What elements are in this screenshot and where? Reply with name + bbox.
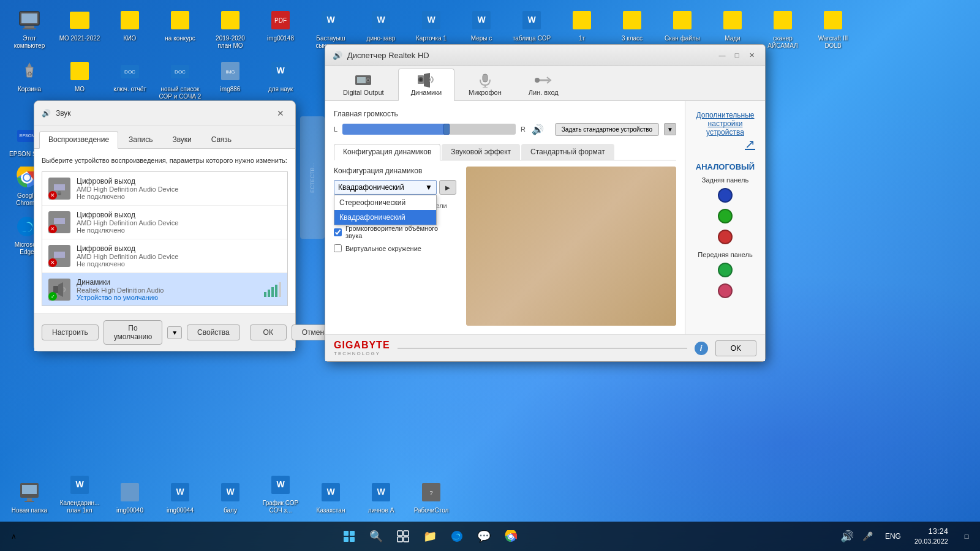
tab-svyaz[interactable]: Связь: [202, 131, 241, 148]
file-explorer-button[interactable]: 📁: [418, 524, 442, 549]
system-tray: 🔊 🎤: [839, 528, 876, 545]
desktop-icon-konkurs[interactable]: на конкурс: [156, 6, 205, 52]
realtek-maximize-button[interactable]: □: [731, 50, 743, 61]
speaker-dropdown-selected[interactable]: Квадрафонический ▼: [334, 180, 437, 195]
configure-button[interactable]: Настроить: [42, 324, 99, 340]
tab-line-in[interactable]: Лин. вход: [516, 69, 571, 100]
device-info-3: Цифровой выход AMD High Definition Audio…: [77, 244, 178, 268]
desktop-icon-mo2[interactable]: МО: [55, 56, 104, 103]
tab-speakers[interactable]: Динамики: [398, 69, 454, 101]
desktop-icon-szenka[interactable]: W Казахстан: [306, 478, 355, 517]
sound-dialog-content: Выберите устройство воспроизведения, пар…: [34, 149, 295, 313]
desktop-icon-kio[interactable]: КИО: [105, 6, 154, 52]
start-button[interactable]: [337, 524, 361, 549]
desktop-icon-foto[interactable]: W личное А: [356, 478, 405, 517]
desktop-icon-2019[interactable]: 2019-2020 план МО: [206, 6, 255, 52]
option-stereo[interactable]: Стереофонический: [334, 195, 436, 210]
svg-rect-7: [221, 11, 239, 29]
ctab-default-format[interactable]: Стандартный формат: [521, 144, 614, 160]
desktop-icon-mektep[interactable]: W балу: [206, 478, 255, 517]
desktop-icon-word6[interactable]: W для наук: [256, 56, 305, 103]
ok-button[interactable]: ОК: [250, 324, 287, 340]
lang-indicator[interactable]: ENG: [881, 530, 905, 543]
speaker-stage: [466, 167, 676, 326]
desktop-icon-key[interactable]: DOC ключ. отчёт: [105, 56, 154, 103]
speaker-tray-icon[interactable]: 🔊: [839, 528, 856, 545]
desktop-icon-dezhur[interactable]: W img00044: [156, 478, 205, 517]
checkbox-surround: Громкоговорители объёмного звука: [334, 225, 456, 239]
device-item-1[interactable]: ✕ Цифровой выход AMD High Definition Aud…: [42, 172, 287, 206]
option-quad[interactable]: Квадрафонический: [334, 210, 436, 225]
mic-tray-icon[interactable]: 🎤: [859, 528, 876, 545]
desktop-icon-img00148[interactable]: PDF img00148: [256, 6, 305, 52]
device-item-3[interactable]: ✕ Цифровой выход AMD High Definition Aud…: [42, 239, 287, 273]
desktop-icon-rabochis[interactable]: Новая папка: [5, 478, 54, 517]
sound-dialog-close-button[interactable]: ✕: [273, 106, 288, 121]
taskbar: ∧ 🔍: [0, 522, 980, 551]
search-button[interactable]: 🔍: [364, 524, 388, 549]
ctab-speaker-config[interactable]: Конфигурация динамиков: [334, 144, 440, 160]
desktop-icon-bezimeni[interactable]: ? РабочиСтол: [407, 478, 456, 517]
back-jack-2[interactable]: [718, 209, 733, 223]
desktop-icon-computer[interactable]: Этот компьютер: [5, 6, 54, 52]
volume-mute-icon[interactable]: 🔊: [530, 122, 545, 137]
checkbox-surround-input[interactable]: [334, 228, 342, 236]
front-panel-label: Передняя панель: [692, 251, 759, 258]
whatsapp-button[interactable]: 💬: [472, 524, 496, 549]
realtek-minimize-button[interactable]: —: [716, 50, 728, 61]
desktop-icon-ref[interactable]: W Календарин... план 1кл: [55, 470, 104, 517]
svg-point-85: [535, 78, 540, 83]
desktop-icon-russian[interactable]: W График СОР СОЧ з...: [256, 470, 305, 517]
desktop-icon-recycle[interactable]: ♻ Корзина: [5, 56, 54, 103]
svg-rect-111: [404, 531, 409, 536]
desktop-icon-img886[interactable]: IMG img886: [206, 56, 255, 103]
desktop-icon-img041[interactable]: img00040: [105, 478, 154, 517]
back-jack-3[interactable]: [718, 230, 733, 244]
show-hidden-button[interactable]: ∧: [5, 528, 22, 545]
volume-dropdown-arrow[interactable]: ▼: [664, 123, 676, 135]
device-item-2[interactable]: ✕ Цифровой выход AMD High Definition Aud…: [42, 206, 287, 239]
chrome-taskbar-button[interactable]: [499, 524, 523, 549]
device-status-x-2: ✕: [48, 225, 57, 233]
ctab-sound-effect[interactable]: Звуковой эффект: [442, 144, 520, 160]
svg-rect-113: [404, 537, 409, 542]
front-jack-1[interactable]: [718, 263, 733, 277]
info-icon[interactable]: i: [695, 342, 708, 355]
task-view-button[interactable]: [391, 524, 415, 549]
svg-rect-67: [54, 218, 65, 224]
realtek-close-button[interactable]: ✕: [745, 50, 758, 61]
clock-time: 13:24: [914, 527, 948, 537]
svg-point-114: [451, 531, 462, 542]
tab-digital-output[interactable]: Digital Output: [330, 69, 397, 100]
tab-zapis[interactable]: Запись: [119, 131, 162, 148]
tab-microphone[interactable]: Микрофон: [456, 69, 514, 100]
play-button[interactable]: ▶: [439, 180, 456, 195]
tab-vosproi[interactable]: Воспроизведение: [39, 131, 118, 149]
desktop-icon-list[interactable]: DOC новый список СОР и СОЧА 2: [156, 56, 205, 103]
svg-rect-45: [27, 498, 32, 501]
volume-slider-thumb[interactable]: [443, 124, 450, 135]
desktop-icon-scanner[interactable]: сканер АЙСАМАЛ: [758, 6, 807, 52]
default-button[interactable]: По умолчанию: [104, 320, 163, 345]
svg-rect-96: [630, 201, 647, 234]
clock-area[interactable]: 13:24 20.03.2022: [910, 525, 953, 547]
front-jack-2[interactable]: [718, 283, 733, 298]
desktop-icon-mo[interactable]: МО 2021-2022: [55, 6, 104, 52]
edge-button[interactable]: [445, 524, 469, 549]
set-default-button[interactable]: Задать стандартное устройство: [555, 123, 659, 136]
tab-zvuki[interactable]: Звуки: [163, 131, 200, 148]
realtek-ok-button[interactable]: OK: [715, 340, 756, 356]
back-panel-label: Задняя панель: [692, 176, 759, 184]
back-jack-1[interactable]: [718, 188, 733, 203]
notification-button[interactable]: □: [958, 528, 975, 545]
desktop-icon-warcraft[interactable]: Warcraft III DOLB: [809, 6, 858, 52]
microphone-icon: [475, 73, 495, 88]
dropdown-arrow-icon[interactable]: ▼: [167, 326, 182, 339]
volume-slider[interactable]: [342, 124, 516, 135]
back-panel-jacks: [692, 186, 759, 246]
properties-button[interactable]: Свойства: [187, 324, 240, 340]
additional-settings-link[interactable]: Дополнительные настройки устройства ↗: [692, 107, 759, 155]
device-item-4[interactable]: ✓ Динамики Realtek High Definition Audio…: [42, 273, 287, 306]
virtual-surround-checkbox[interactable]: [334, 244, 342, 252]
svg-rect-110: [398, 531, 402, 536]
